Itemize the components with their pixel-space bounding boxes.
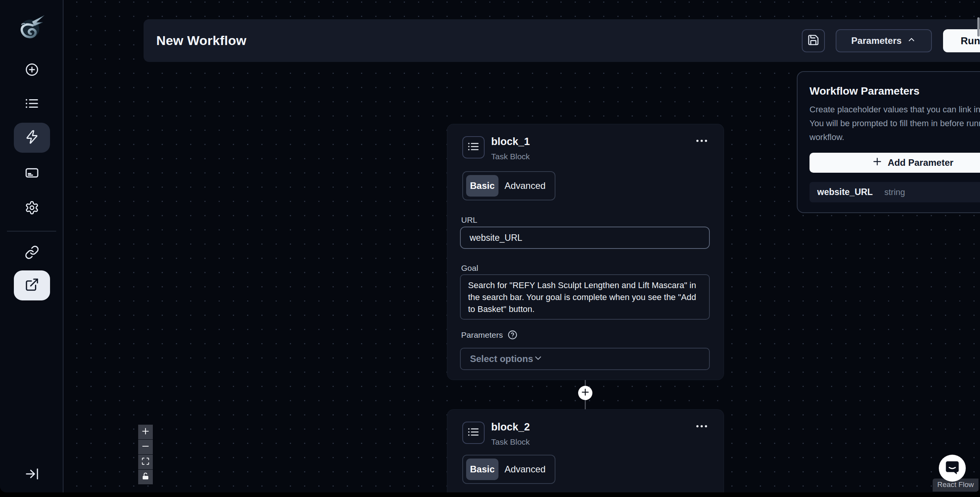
- task-block-node-1[interactable]: block_1 Task Block Basic Advanced URL Go…: [447, 124, 724, 380]
- panel-description: Create placeholder values that you can l…: [809, 103, 980, 144]
- node-subtitle: Task Block: [491, 152, 530, 161]
- sidebar-item-runs-list[interactable]: [14, 89, 50, 119]
- list-icon: [25, 96, 39, 112]
- fit-view-button[interactable]: [138, 455, 153, 469]
- sidebar-item-external[interactable]: [14, 270, 50, 300]
- parameters-select[interactable]: Select options: [460, 348, 710, 370]
- credit-card-icon: [25, 165, 39, 182]
- sidebar-item-workflows[interactable]: [14, 123, 50, 153]
- sidebar-item-create[interactable]: [14, 55, 50, 85]
- sidebar-item-integrations[interactable]: [14, 238, 50, 268]
- task-block-node-2[interactable]: block_2 Task Block Basic Advanced: [447, 410, 724, 492]
- node-menu-button[interactable]: [694, 133, 709, 150]
- lock-toggle-button[interactable]: [138, 470, 153, 484]
- task-block-icon-box: [462, 422, 485, 444]
- list-icon: [467, 426, 480, 440]
- node-mode-tabs: Basic Advanced: [462, 171, 555, 200]
- node-title: block_1: [491, 136, 530, 148]
- zoom-out-icon: [141, 442, 150, 452]
- node-mode-tabs: Basic Advanced: [462, 455, 555, 484]
- goal-textarea[interactable]: Search for "REFY Lash Sculpt Lengthen an…: [460, 274, 710, 320]
- unlock-icon: [141, 472, 150, 482]
- plus-icon: [872, 157, 882, 169]
- workflow-parameters-panel: Workflow Parameters Create placeholder v…: [797, 71, 980, 213]
- add-parameter-button[interactable]: Add Parameter: [809, 153, 980, 173]
- parameters-button-label: Parameters: [851, 35, 902, 46]
- desktop-background: block_1 Task Block Basic Advanced URL Go…: [0, 0, 980, 497]
- ellipsis-icon: [694, 428, 709, 435]
- sidebar-divider: [7, 231, 56, 232]
- sidebar: [0, 0, 64, 492]
- tab-basic[interactable]: Basic: [466, 459, 498, 480]
- app-window: block_1 Task Block Basic Advanced URL Go…: [0, 0, 980, 492]
- node-title: block_2: [491, 421, 530, 433]
- vertical-scrollbar-thumb[interactable]: [977, 17, 980, 37]
- workflow-canvas[interactable]: block_1 Task Block Basic Advanced URL Go…: [64, 0, 980, 492]
- zoom-in-button[interactable]: [138, 425, 153, 439]
- workflow-title: New Workflow: [156, 19, 246, 62]
- parameters-field-label: Parameters: [461, 330, 517, 340]
- settings-gear-icon: [25, 200, 39, 217]
- chat-widget-button[interactable]: [939, 455, 966, 482]
- add-block-between-button[interactable]: [578, 386, 592, 400]
- task-block-icon-box: [462, 136, 485, 158]
- tab-advanced[interactable]: Advanced: [498, 459, 552, 480]
- parameters-label-text: Parameters: [461, 330, 503, 340]
- zoom-out-button[interactable]: [138, 440, 153, 454]
- run-button-label: Run: [961, 35, 980, 47]
- plus-circle-icon: [25, 62, 39, 78]
- goal-field-label: Goal: [461, 264, 478, 273]
- arrow-right-to-line-icon: [25, 467, 39, 483]
- parameters-dropdown-button[interactable]: Parameters: [836, 29, 932, 52]
- sidebar-collapse-button[interactable]: [14, 460, 50, 490]
- add-parameter-label: Add Parameter: [888, 157, 953, 168]
- plus-icon: [581, 388, 590, 398]
- list-icon: [467, 140, 480, 154]
- zap-icon: [25, 130, 39, 146]
- panel-title: Workflow Parameters: [809, 85, 980, 97]
- sidebar-item-settings[interactable]: [14, 193, 50, 223]
- chevron-down-icon: [533, 353, 543, 365]
- parameter-type: string: [884, 187, 905, 197]
- fit-view-icon: [141, 457, 150, 467]
- canvas-controls: [138, 425, 153, 485]
- parameter-row: website_URL string: [809, 182, 980, 202]
- node-subtitle: Task Block: [491, 437, 530, 447]
- external-link-icon: [25, 277, 39, 294]
- tab-basic[interactable]: Basic: [466, 175, 498, 197]
- skyvern-dragon-logo[interactable]: [17, 11, 46, 42]
- parameter-key: website_URL: [817, 187, 873, 197]
- help-circle-icon[interactable]: [508, 330, 517, 340]
- url-input[interactable]: [460, 227, 710, 249]
- url-field-label: URL: [461, 215, 477, 225]
- select-placeholder: Select options: [470, 354, 533, 364]
- sidebar-item-billing[interactable]: [14, 158, 50, 188]
- chat-bubble-icon: [944, 459, 960, 477]
- link-icon: [25, 245, 39, 261]
- save-icon: [807, 34, 819, 48]
- save-button[interactable]: [802, 29, 825, 52]
- node-menu-button[interactable]: [694, 419, 709, 435]
- chevron-up-icon: [907, 35, 916, 47]
- zoom-in-icon: [141, 427, 150, 437]
- tab-advanced[interactable]: Advanced: [498, 175, 552, 197]
- ellipsis-icon: [694, 143, 709, 149]
- workflow-header: New Workflow Parameters Run: [144, 19, 980, 62]
- run-button[interactable]: Run: [943, 29, 980, 52]
